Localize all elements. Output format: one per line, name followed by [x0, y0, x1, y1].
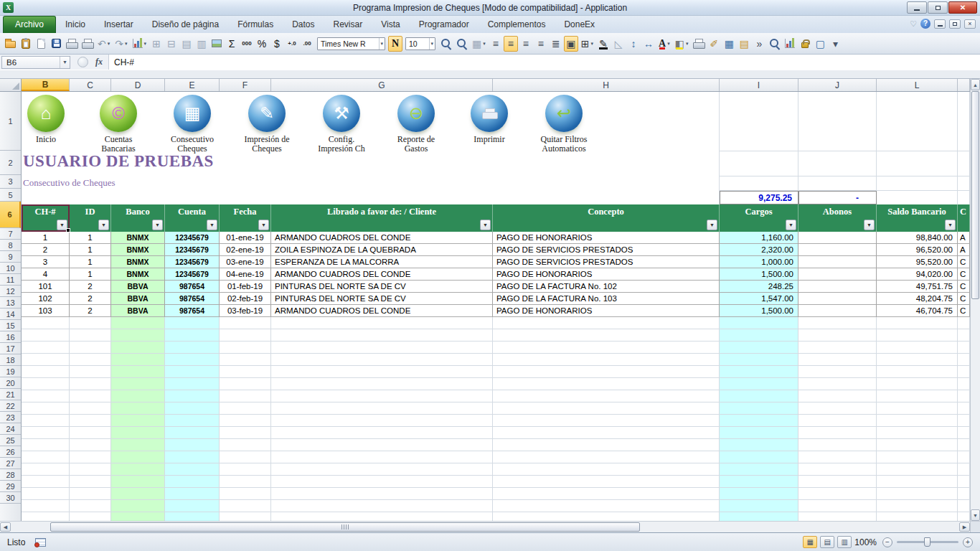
row-header-29[interactable]: 29	[0, 481, 21, 492]
open-button[interactable]	[3, 36, 18, 52]
edit-table-button[interactable]: ▦	[722, 36, 736, 52]
row-header-1[interactable]: 1	[0, 92, 21, 151]
cell[interactable]: 98,840.00	[877, 232, 958, 244]
increase-indent-button[interactable]: »	[752, 36, 766, 52]
cell[interactable]: 1,500.00	[720, 305, 798, 317]
cell[interactable]: ARMANDO CUADROS DEL CONDE	[271, 305, 493, 317]
formula-input[interactable]: CH-#	[108, 55, 980, 70]
name-box-dropdown-icon[interactable]: ▼	[60, 57, 70, 68]
cell[interactable]: 02-ene-19	[220, 244, 271, 256]
save-button[interactable]	[49, 36, 63, 52]
decrease-decimal-button[interactable]: .00	[300, 36, 314, 52]
zoom-out-icon[interactable]: −	[882, 537, 892, 547]
tab-dise-o-de-p-gina[interactable]: Diseño de página	[143, 17, 228, 33]
column-header-B[interactable]: B	[22, 79, 70, 91]
horizontal-scroll-thumb[interactable]	[50, 522, 640, 532]
table-header-c[interactable]: C	[958, 204, 970, 232]
cell[interactable]: 3	[22, 256, 70, 268]
filter-dropdown-icon[interactable]: ▼	[207, 220, 217, 230]
font-size-select[interactable]: 10▾	[405, 37, 435, 50]
zoom-tool-button[interactable]	[454, 36, 469, 52]
font-color-button[interactable]: A▾	[656, 36, 672, 52]
thousands-style-button[interactable]: 000	[240, 36, 254, 52]
row-header-27[interactable]: 27	[0, 458, 21, 469]
cell[interactable]	[798, 268, 877, 281]
cell[interactable]: ARMANDO CUADROS DEL CONDE	[271, 268, 493, 281]
cell[interactable]: PAGO DE LA FACTURA No. 103	[493, 293, 720, 305]
cell[interactable]: 248.25	[720, 281, 798, 293]
scroll-left-icon[interactable]: ◀	[0, 522, 11, 532]
view-normal-button[interactable]: ▦	[803, 536, 817, 548]
zoom-slider[interactable]	[897, 541, 958, 543]
nav-button-imprimir[interactable]: Imprimir	[453, 95, 525, 144]
scroll-up-icon[interactable]: ▲	[971, 79, 980, 90]
fx-icon[interactable]: fx	[95, 57, 103, 67]
cell[interactable]: 103	[22, 305, 70, 317]
zoom-slider-thumb[interactable]	[924, 537, 930, 547]
cell[interactable]: 1	[22, 232, 70, 244]
font-name-select[interactable]: Times New R▾	[317, 37, 385, 50]
scroll-down-icon[interactable]: ▼	[971, 509, 980, 521]
column-header-E[interactable]: E	[165, 79, 220, 91]
cell[interactable]: 01-feb-19	[220, 281, 271, 293]
vertical-scrollbar[interactable]: ▲ ▼	[970, 79, 980, 521]
format-brush-button[interactable]: ✐	[707, 36, 721, 52]
draw-border-button[interactable]: ✎	[596, 36, 611, 52]
cell[interactable]: BNMX	[111, 244, 165, 256]
cell[interactable]: 96,520.00	[877, 244, 958, 256]
notebook-button[interactable]: ▤	[737, 36, 751, 52]
abonos-total-cell[interactable]: -	[798, 191, 877, 204]
view-page-break-button[interactable]: ▥	[837, 536, 852, 548]
column-header-D[interactable]: D	[111, 79, 165, 91]
table-header-banco[interactable]: Banco▼	[111, 204, 165, 232]
table-header-concepto[interactable]: Concepto▼	[493, 204, 720, 232]
eraser-button[interactable]: ◺	[611, 36, 626, 52]
cell[interactable]	[798, 256, 877, 268]
cell[interactable]	[798, 281, 877, 293]
tab-inicio[interactable]: Inicio	[56, 17, 95, 33]
row-header-28[interactable]: 28	[0, 469, 21, 481]
row-header-5[interactable]: 5	[0, 189, 21, 202]
filter-dropdown-icon[interactable]: ▼	[786, 220, 796, 230]
column-header-partial[interactable]	[958, 79, 970, 91]
new-document-button[interactable]	[34, 36, 48, 52]
filter-dropdown-icon[interactable]: ▼	[707, 220, 717, 230]
cell[interactable]: PAGO DE HONORARIOS	[493, 305, 720, 317]
cell[interactable]: 2	[70, 281, 111, 293]
cell[interactable]: 2	[22, 244, 70, 256]
bold-button[interactable]: N	[388, 36, 402, 52]
undo-button[interactable]: ↶▾	[95, 36, 112, 52]
row-header-10[interactable]: 10	[0, 263, 21, 274]
cell[interactable]: 94,020.00	[877, 268, 958, 281]
cell[interactable]: 48,204.75	[877, 293, 958, 305]
horizontal-scrollbar[interactable]: ◀ ▶	[0, 522, 970, 532]
autosum-button[interactable]: Σ	[225, 36, 239, 52]
cell[interactable]: 12345679	[165, 268, 220, 281]
cell[interactable]: PAGO DE SERVICIOS PRESTADOS	[493, 256, 720, 268]
filter-dropdown-icon[interactable]: ▼	[258, 220, 269, 230]
paste-cells-button[interactable]: ▦▾	[470, 36, 488, 52]
row-height-button[interactable]: ↕	[626, 36, 641, 52]
lock-cells-button[interactable]	[798, 36, 812, 52]
column-header-C[interactable]: C	[70, 79, 111, 91]
currency-style-button[interactable]: $	[270, 36, 284, 52]
column-width-button[interactable]: ↔	[641, 36, 656, 52]
cell[interactable]: 04-ene-19	[220, 268, 271, 281]
nav-button-inicio[interactable]: ⌂Inicio	[22, 95, 82, 144]
row-header-25[interactable]: 25	[0, 435, 21, 446]
table-header-abonos[interactable]: Abonos▼	[798, 204, 877, 232]
cell[interactable]: 1,160.00	[720, 232, 798, 244]
justify-button[interactable]: ≡	[534, 36, 548, 52]
row-header-2[interactable]: 2	[0, 151, 21, 175]
tab-revisar[interactable]: Revisar	[324, 17, 372, 33]
cell[interactable]: 987654	[165, 305, 220, 317]
cell[interactable]: BBVA	[111, 281, 165, 293]
cell[interactable]: 2,320.00	[720, 244, 798, 256]
cell[interactable]: 12345679	[165, 256, 220, 268]
favorites-icon[interactable]: ♡	[910, 19, 917, 29]
row-header-19[interactable]: 19	[0, 366, 21, 377]
tab-complementos[interactable]: Complementos	[479, 17, 555, 33]
column-header-G[interactable]: G	[271, 79, 493, 91]
cell[interactable]	[798, 232, 877, 244]
toolbar-options-button[interactable]: ▾	[828, 36, 842, 52]
